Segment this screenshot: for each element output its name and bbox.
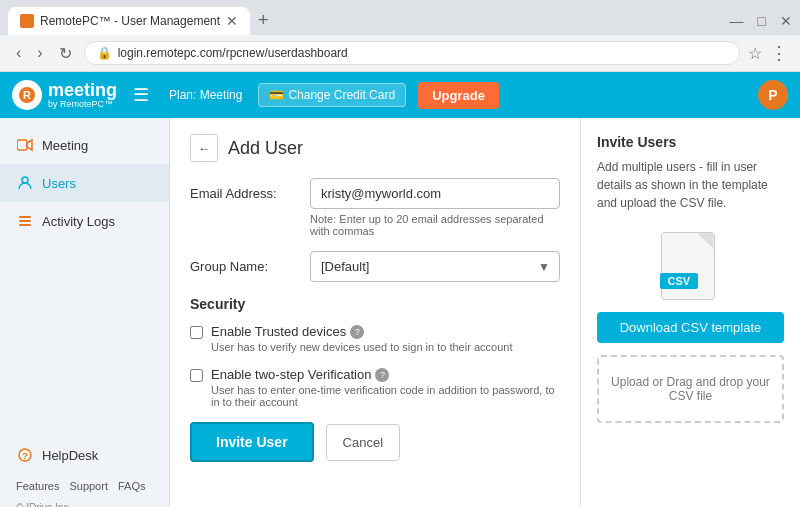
- tab-close-icon[interactable]: ✕: [226, 13, 238, 29]
- change-credit-card-button[interactable]: 💳 Change Credit Card: [258, 83, 406, 107]
- sidebar-item-activity-logs[interactable]: Activity Logs: [0, 202, 169, 240]
- group-select-wrapper: [Default]Group 1Group 2 ▼: [310, 251, 560, 282]
- trusted-devices-desc: User has to verify new devices used to s…: [211, 341, 512, 353]
- sidebar-meeting-label: Meeting: [42, 138, 88, 153]
- back-nav-button[interactable]: ‹: [12, 42, 25, 64]
- csv-badge: CSV: [660, 273, 699, 289]
- address-bar: ‹ › ↻ 🔒 login.remotepc.com/rpcnew/userda…: [0, 35, 800, 71]
- group-label: Group Name:: [190, 251, 310, 274]
- tab-favicon: [20, 14, 34, 28]
- back-arrow-icon: ←: [198, 141, 211, 156]
- action-row: Invite User Cancel: [190, 422, 560, 462]
- svg-rect-5: [19, 216, 31, 218]
- window-controls: — □ ✕: [730, 13, 792, 29]
- svg-rect-7: [19, 224, 31, 226]
- trusted-help-icon[interactable]: ?: [350, 325, 364, 339]
- csv-file-corner: [698, 233, 714, 249]
- csv-icon-area: CSV: [597, 228, 784, 300]
- sidebar-item-helpdesk[interactable]: ? HelpDesk: [0, 436, 169, 474]
- add-user-form-area: ← Add User Email Address: Note: Enter up…: [170, 118, 580, 507]
- support-link[interactable]: Support: [69, 480, 108, 492]
- svg-text:R: R: [23, 89, 31, 101]
- browser-chrome: RemotePC™ - User Management ✕ + — □ ✕ ‹ …: [0, 0, 800, 72]
- tab-title: RemotePC™ - User Management: [40, 14, 220, 28]
- upload-csv-area[interactable]: Upload or Drag and drop your CSV file: [597, 355, 784, 423]
- invite-users-panel: Invite Users Add multiple users - fill i…: [580, 118, 800, 507]
- csv-file-body: CSV: [661, 232, 715, 300]
- hamburger-icon[interactable]: ☰: [133, 84, 149, 106]
- url-text: login.remotepc.com/rpcnew/userdashboard: [118, 46, 727, 60]
- credit-card-icon: 💳: [269, 88, 284, 102]
- invite-user-button[interactable]: Invite User: [190, 422, 314, 462]
- minimize-icon[interactable]: —: [730, 13, 744, 29]
- features-link[interactable]: Features: [16, 480, 59, 492]
- trusted-devices-label-area: Enable Trusted devices ? User has to ver…: [211, 324, 512, 353]
- group-field-area: [Default]Group 1Group 2 ▼: [310, 251, 560, 282]
- helpdesk-icon: ?: [16, 446, 34, 464]
- app-body: Meeting Users Activity Logs ? HelpDesk F…: [0, 118, 800, 507]
- header-plan-label: Plan: Meeting: [169, 88, 242, 102]
- twostep-checkbox[interactable]: [190, 369, 203, 382]
- sidebar: Meeting Users Activity Logs ? HelpDesk F…: [0, 118, 170, 507]
- page-header: ← Add User: [190, 134, 560, 162]
- sidebar-item-meeting[interactable]: Meeting: [0, 126, 169, 164]
- twostep-label: Enable two-step Verification ?: [211, 367, 560, 382]
- helpdesk-label: HelpDesk: [42, 448, 98, 463]
- logo-area: R meeting by RemotePC™: [12, 80, 117, 110]
- group-form-row: Group Name: [Default]Group 1Group 2 ▼: [190, 251, 560, 282]
- email-label: Email Address:: [190, 178, 310, 201]
- email-field-area: Note: Enter up to 20 email addresses sep…: [310, 178, 560, 237]
- page-title: Add User: [228, 138, 303, 159]
- trusted-devices-checkbox[interactable]: [190, 326, 203, 339]
- security-section: Security Enable Trusted devices ? User h…: [190, 296, 560, 408]
- back-button[interactable]: ←: [190, 134, 218, 162]
- active-tab[interactable]: RemotePC™ - User Management ✕: [8, 7, 250, 35]
- twostep-desc: User has to enter one-time verification …: [211, 384, 560, 408]
- url-bar[interactable]: 🔒 login.remotepc.com/rpcnew/userdashboar…: [84, 41, 740, 65]
- close-window-icon[interactable]: ✕: [780, 13, 792, 29]
- lock-icon: 🔒: [97, 46, 112, 60]
- list-icon: [16, 212, 34, 230]
- bookmark-icon[interactable]: ☆: [748, 44, 762, 63]
- sidebar-item-users[interactable]: Users: [0, 164, 169, 202]
- reload-button[interactable]: ↻: [55, 42, 76, 65]
- upgrade-button[interactable]: Upgrade: [418, 82, 499, 109]
- trusted-devices-row: Enable Trusted devices ? User has to ver…: [190, 324, 560, 353]
- address-right-icons: ☆ ⋮: [748, 42, 788, 64]
- twostep-label-area: Enable two-step Verification ? User has …: [211, 367, 560, 408]
- user-icon: [16, 174, 34, 192]
- sidebar-copyright: © IDrive Inc.: [0, 498, 169, 507]
- logo-icon: R: [12, 80, 42, 110]
- security-title: Security: [190, 296, 560, 312]
- cancel-button[interactable]: Cancel: [326, 424, 400, 461]
- maximize-icon[interactable]: □: [758, 13, 766, 29]
- sidebar-users-label: Users: [42, 176, 76, 191]
- trusted-devices-label: Enable Trusted devices ?: [211, 324, 512, 339]
- twostep-help-icon[interactable]: ?: [375, 368, 389, 382]
- sidebar-footer-links: Features Support FAQs: [0, 474, 169, 498]
- download-csv-button[interactable]: Download CSV template: [597, 312, 784, 343]
- svg-marker-3: [27, 140, 32, 150]
- app-header: R meeting by RemotePC™ ☰ Plan: Meeting 💳…: [0, 72, 800, 118]
- invite-users-title: Invite Users: [597, 134, 784, 150]
- new-tab-button[interactable]: +: [250, 6, 277, 35]
- tab-bar: RemotePC™ - User Management ✕ + — □ ✕: [0, 0, 800, 35]
- user-avatar[interactable]: P: [758, 80, 788, 110]
- email-form-row: Email Address: Note: Enter up to 20 emai…: [190, 178, 560, 237]
- svg-rect-6: [19, 220, 31, 222]
- svg-rect-2: [17, 140, 27, 150]
- group-select[interactable]: [Default]Group 1Group 2: [310, 251, 560, 282]
- email-hint: Note: Enter up to 20 email addresses sep…: [310, 213, 560, 237]
- logo-text: meeting by RemotePC™: [48, 81, 117, 109]
- faqs-link[interactable]: FAQs: [118, 480, 146, 492]
- upload-label: Upload or Drag and drop your CSV file: [611, 375, 770, 403]
- video-icon: [16, 136, 34, 154]
- email-input[interactable]: [310, 178, 560, 209]
- sidebar-activity-logs-label: Activity Logs: [42, 214, 115, 229]
- content-area: ← Add User Email Address: Note: Enter up…: [170, 118, 800, 507]
- svg-text:?: ?: [22, 451, 28, 461]
- forward-nav-button[interactable]: ›: [33, 42, 46, 64]
- csv-file-icon: CSV: [661, 228, 721, 300]
- svg-point-4: [22, 177, 28, 183]
- menu-dots-icon[interactable]: ⋮: [770, 42, 788, 64]
